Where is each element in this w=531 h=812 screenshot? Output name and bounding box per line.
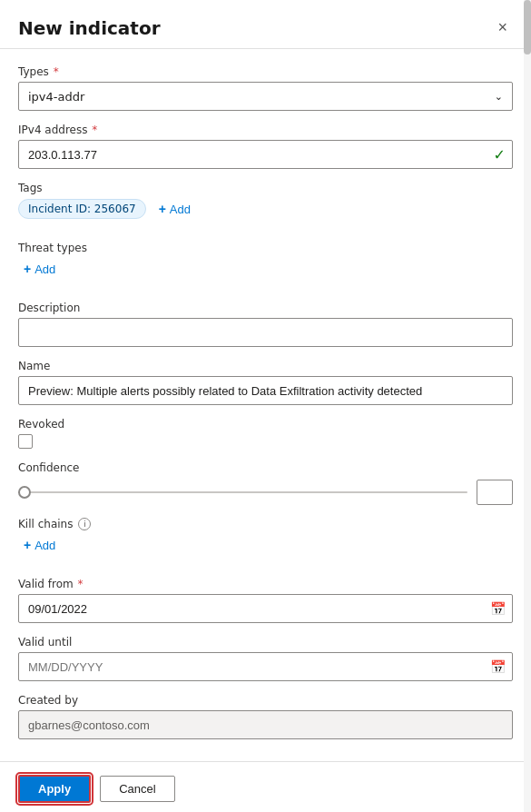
valid-until-input[interactable] — [18, 652, 513, 681]
confidence-value-input[interactable] — [477, 480, 513, 505]
types-value: ipv4-addr — [28, 90, 84, 104]
ipv4-label: IPv4 address * — [18, 124, 513, 136]
valid-until-wrapper: 📅 — [18, 652, 513, 681]
dialog-body: Types * ipv4-addr ⌄ IPv4 address * ✓ Tag… — [0, 49, 531, 761]
chevron-down-icon: ⌄ — [495, 91, 503, 103]
confidence-slider[interactable] — [18, 491, 467, 493]
dialog-footer: Apply Cancel — [0, 761, 531, 812]
name-input[interactable] — [18, 376, 513, 405]
calendar-icon-2: 📅 — [490, 659, 506, 674]
tag-chip: Incident ID: 256067 — [18, 199, 146, 219]
dialog-header: New indicator × — [0, 0, 531, 49]
description-label: Description — [18, 302, 513, 314]
tags-add-label: Add — [170, 203, 191, 216]
valid-from-field-group: Valid from * 📅 — [18, 578, 513, 623]
info-icon: i — [78, 518, 91, 530]
confidence-slider-container — [18, 491, 467, 493]
threat-types-label: Threat types — [18, 242, 513, 254]
valid-until-label: Valid until — [18, 636, 513, 649]
tags-label: Tags — [18, 182, 513, 194]
confidence-section: Confidence — [18, 461, 513, 505]
plus-icon-2: + — [24, 262, 31, 276]
kill-chains-label-row: Kill chains i — [18, 518, 513, 530]
revoked-field-group: Revoked — [18, 418, 513, 449]
valid-from-label: Valid from * — [18, 578, 513, 590]
close-button[interactable]: × — [492, 16, 513, 39]
plus-icon: + — [159, 202, 166, 216]
types-field-group: Types * ipv4-addr ⌄ — [18, 65, 513, 111]
created-by-field-group: Created by — [18, 694, 513, 739]
tags-container: Incident ID: 256067 + Add — [18, 198, 513, 220]
name-field-group: Name — [18, 360, 513, 405]
revoked-label: Revoked — [18, 418, 513, 431]
tags-add-button[interactable]: + Add — [153, 198, 196, 220]
scrollbar-track — [524, 0, 531, 812]
kill-chains-add-button[interactable]: + Add — [18, 534, 61, 556]
valid-until-field-group: Valid until 📅 — [18, 636, 513, 681]
kill-chains-section: Kill chains i + Add — [18, 518, 513, 556]
new-indicator-dialog: New indicator × Types * ipv4-addr ⌄ IPv4… — [0, 0, 531, 812]
calendar-icon-1: 📅 — [490, 601, 506, 616]
ipv4-field-group: IPv4 address * ✓ — [18, 124, 513, 169]
confidence-label: Confidence — [18, 461, 513, 474]
threat-types-add-label: Add — [34, 262, 55, 276]
spacer-1 — [18, 233, 513, 242]
confidence-row — [18, 480, 513, 505]
cancel-button[interactable]: Cancel — [100, 776, 174, 802]
name-label: Name — [18, 360, 513, 372]
valid-from-wrapper: 📅 — [18, 594, 513, 623]
valid-from-input[interactable] — [18, 594, 513, 623]
apply-button[interactable]: Apply — [18, 775, 91, 803]
tags-field-group: Tags Incident ID: 256067 + Add — [18, 182, 513, 220]
description-input[interactable] — [18, 318, 513, 347]
types-label: Types * — [18, 65, 513, 78]
dialog-title: New indicator — [18, 17, 161, 39]
threat-types-add-button[interactable]: + Add — [18, 258, 61, 280]
scrollbar-thumb[interactable] — [524, 0, 531, 54]
spacer-2 — [18, 292, 513, 302]
created-by-input[interactable] — [18, 710, 513, 739]
kill-chains-add-label: Add — [34, 539, 55, 552]
threat-types-section: Threat types + Add — [18, 242, 513, 280]
ipv4-input-wrapper: ✓ — [18, 140, 513, 169]
kill-chains-label: Kill chains — [18, 518, 73, 530]
created-by-label: Created by — [18, 694, 513, 707]
types-select[interactable]: ipv4-addr ⌄ — [18, 82, 513, 111]
plus-icon-3: + — [24, 538, 31, 552]
spacer-3 — [18, 569, 513, 578]
description-field-group: Description — [18, 302, 513, 347]
revoked-checkbox-container — [18, 434, 513, 449]
ipv4-input[interactable] — [18, 140, 513, 169]
revoked-checkbox[interactable] — [18, 434, 33, 449]
check-icon: ✓ — [494, 146, 506, 163]
